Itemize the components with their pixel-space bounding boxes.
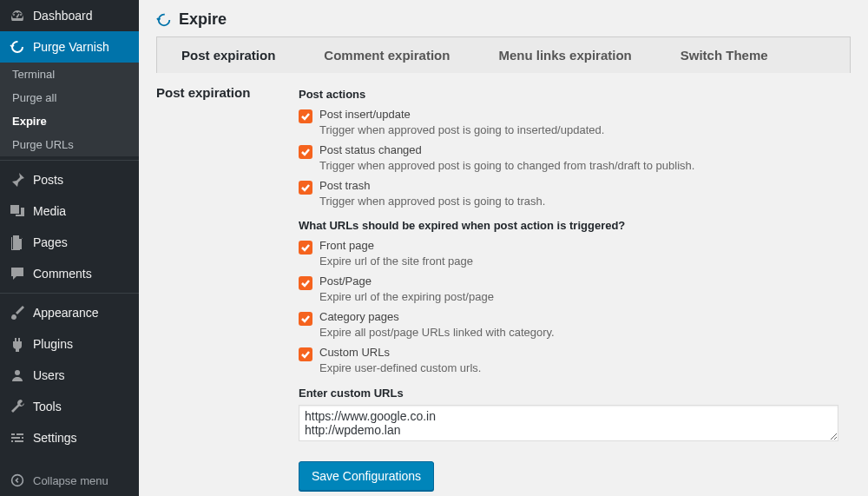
option-desc: Trigger when approved post is going to t…: [319, 195, 545, 208]
sidebar-item-label: Media: [33, 204, 66, 218]
option-post-trash: Post trash Trigger when approved post is…: [299, 179, 851, 213]
sidebar-item-label: Dashboard: [33, 9, 93, 23]
option-post-insert-update: Post insert/update Trigger when approved…: [299, 108, 851, 142]
admin-sidebar: Dashboard Purge Varnish Terminal Purge a…: [0, 0, 139, 496]
brush-icon: [9, 304, 26, 321]
custom-urls-label: Enter custom URLs: [299, 387, 851, 400]
submenu-expire[interactable]: Expire: [0, 109, 139, 133]
collapse-label: Collapse menu: [33, 474, 108, 487]
option-category-pages: Category pages Expire all post/page URLs…: [299, 310, 851, 344]
sidebar-item-label: Tools: [33, 400, 62, 413]
checkbox-post-trash[interactable]: [299, 181, 312, 195]
sidebar-item-label: Users: [33, 368, 65, 382]
submenu-terminal[interactable]: Terminal: [0, 63, 139, 86]
option-desc: Expire all post/page URLs linked with ca…: [319, 326, 555, 339]
option-label: Post trash: [319, 179, 545, 192]
option-label: Post insert/update: [319, 108, 604, 121]
menu-separator: [0, 289, 139, 294]
sidebar-item-appearance[interactable]: Appearance: [0, 297, 139, 328]
group-title-urls: What URLs should be expired when post ac…: [299, 216, 851, 232]
sidebar-item-label: Settings: [33, 431, 77, 445]
sidebar-item-label: Appearance: [33, 306, 99, 320]
custom-urls-textarea[interactable]: [299, 405, 838, 441]
comment-icon: [9, 265, 26, 282]
submenu-purge-urls[interactable]: Purge URLs: [0, 133, 139, 156]
tab-comment-expiration[interactable]: Comment expiration: [299, 37, 474, 73]
user-icon: [9, 367, 26, 384]
sidebar-item-posts[interactable]: Posts: [0, 164, 139, 195]
plug-icon: [9, 335, 26, 353]
sidebar-item-pages[interactable]: Pages: [0, 227, 139, 258]
sidebar-item-plugins[interactable]: Plugins: [0, 328, 139, 360]
sidebar-item-media[interactable]: Media: [0, 195, 139, 227]
sidebar-item-label: Plugins: [33, 337, 73, 351]
refresh-icon: [156, 12, 172, 28]
option-front-page: Front page Expire url of the site front …: [299, 239, 851, 273]
page-icon: [9, 234, 26, 251]
sidebar-item-users[interactable]: Users: [0, 360, 139, 391]
sidebar-item-label: Comments: [33, 267, 92, 281]
sidebar-item-purge-varnish[interactable]: Purge Varnish: [0, 31, 139, 63]
collapse-menu[interactable]: Collapse menu: [0, 465, 139, 496]
sidebar-item-label: Pages: [33, 235, 68, 249]
option-desc: Trigger when approved post is going to i…: [319, 123, 604, 136]
svg-point-0: [12, 42, 23, 52]
option-post-page: Post/Page Expire url of the expiring pos…: [299, 274, 851, 308]
wrench-icon: [9, 398, 26, 415]
option-label: Front page: [319, 239, 473, 252]
page-title-row: Expire: [156, 0, 851, 36]
sidebar-item-label: Posts: [33, 173, 63, 187]
section-post-expiration: Post expiration Post actions Post insert…: [156, 85, 851, 491]
sliders-icon: [9, 429, 26, 446]
option-label: Post/Page: [319, 274, 494, 288]
sidebar-item-tools[interactable]: Tools: [0, 391, 139, 422]
submenu-purge-all[interactable]: Purge all: [0, 86, 139, 109]
pin-icon: [9, 171, 26, 188]
tab-bar: Post expiration Comment expiration Menu …: [156, 36, 851, 73]
option-post-status-changed: Post status changed Trigger when approve…: [299, 143, 851, 177]
checkbox-custom-urls[interactable]: [299, 347, 312, 361]
sidebar-item-label: Purge Varnish: [33, 40, 109, 54]
option-desc: Trigger when approved post is going to c…: [319, 159, 694, 172]
svg-point-3: [159, 14, 170, 25]
option-label: Post status changed: [319, 143, 694, 156]
checkbox-front-page[interactable]: [299, 241, 312, 255]
tab-post-expiration[interactable]: Post expiration: [157, 37, 299, 73]
section-body: Post actions Post insert/update Trigger …: [299, 85, 851, 491]
section-label: Post expiration: [156, 85, 299, 491]
option-label: Custom URLs: [319, 346, 481, 359]
tab-switch-theme[interactable]: Switch Theme: [656, 37, 792, 73]
checkbox-post-status-changed[interactable]: [299, 145, 312, 159]
collapse-icon: [9, 472, 26, 489]
save-button[interactable]: Save Configurations: [299, 461, 434, 491]
option-desc: Expire url of the expiring post/page: [319, 290, 494, 303]
main-content: Expire Post expiration Comment expiratio…: [139, 0, 868, 496]
option-custom-urls: Custom URLs Expire user-defined custom u…: [299, 346, 851, 380]
sidebar-item-dashboard[interactable]: Dashboard: [0, 0, 139, 31]
tab-menu-links-expiration[interactable]: Menu links expiration: [474, 37, 655, 73]
svg-point-2: [12, 475, 23, 486]
svg-point-1: [15, 370, 20, 375]
sidebar-item-settings[interactable]: Settings: [0, 422, 139, 453]
refresh-icon: [9, 38, 26, 56]
menu-separator: [0, 156, 139, 161]
option-label: Category pages: [319, 310, 555, 323]
media-icon: [9, 202, 26, 220]
sidebar-item-comments[interactable]: Comments: [0, 258, 139, 289]
group-title-post-actions: Post actions: [299, 85, 851, 101]
page-title: Expire: [179, 10, 227, 29]
checkbox-post-insert-update[interactable]: [299, 109, 312, 123]
dashboard-icon: [9, 7, 26, 24]
sidebar-submenu: Terminal Purge all Expire Purge URLs: [0, 63, 139, 156]
checkbox-category-pages[interactable]: [299, 312, 312, 326]
option-desc: Expire user-defined custom urls.: [319, 361, 481, 374]
option-desc: Expire url of the site front page: [319, 255, 473, 268]
checkbox-post-page[interactable]: [299, 276, 312, 290]
